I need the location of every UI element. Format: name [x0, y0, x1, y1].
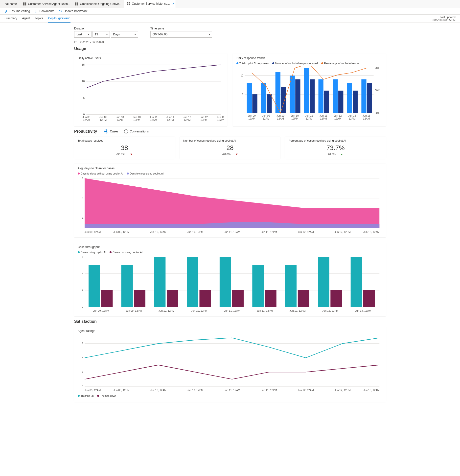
svg-rect-109	[121, 265, 133, 307]
kpi-label: Number of cases resolved using copilot A…	[183, 139, 277, 142]
svg-text:0: 0	[82, 385, 84, 388]
subtab-copilot[interactable]: Copilot (preview)	[48, 15, 70, 23]
svg-rect-72	[338, 91, 343, 113]
svg-text:12PM: 12PM	[100, 118, 107, 121]
svg-rect-8	[127, 2, 128, 3]
svg-text:Jun 09, 12PM: Jun 09, 12PM	[114, 389, 130, 392]
resume-editing-button[interactable]: Resume editing	[4, 9, 30, 13]
svg-text:Jun 09, 12AM: Jun 09, 12AM	[85, 230, 101, 233]
svg-text:Jun 11: Jun 11	[305, 114, 313, 117]
bookmark-icon	[34, 9, 38, 13]
card-title: Daily response trends	[236, 56, 382, 60]
svg-text:Jun 09: Jun 09	[248, 114, 256, 117]
svg-text:12PM: 12PM	[167, 118, 174, 121]
app-tab[interactable]: Omnichannel Ongoing Conve...	[72, 0, 124, 8]
legend-item: Days to close without using copilot AI	[78, 172, 123, 175]
card-title: Daily active users	[78, 56, 224, 60]
daily-active-users-chart[interactable]: 051015Jun 0912AMJun 0912PMJun 1012AMJun …	[78, 62, 224, 123]
chevron-down-icon: ▾	[209, 33, 210, 36]
kpi-card: Percentage of cases resolved using copil…	[285, 137, 386, 159]
app-tab[interactable]: Trial home	[0, 0, 20, 8]
svg-text:Jun 13, 12AM: Jun 13, 12AM	[363, 389, 379, 392]
legend-item: Cases not using copilot AI	[110, 251, 142, 254]
agent-ratings-chart[interactable]: 0246Jun 09, 12AMJun 09, 12PMJun 10, 12AM…	[78, 335, 382, 393]
update-bookmark-button[interactable]: Update Bookmark	[59, 9, 87, 13]
svg-rect-113	[167, 290, 178, 307]
svg-rect-115	[187, 257, 198, 307]
daily-response-trends-card: Daily response trends Total copilot AI r…	[233, 53, 386, 126]
svg-rect-119	[232, 290, 244, 307]
svg-rect-79	[361, 79, 366, 113]
svg-text:Jun 12: Jun 12	[348, 114, 356, 117]
avg-days-chart[interactable]: 456Jun 09, 12AMJun 09, 12PMJun 10, 12AMJ…	[78, 176, 382, 235]
svg-text:Jun 12: Jun 12	[200, 116, 208, 119]
duration-unit-select[interactable]: Days▾	[111, 31, 138, 38]
svg-rect-10	[127, 4, 128, 5]
close-icon[interactable]: ×	[172, 2, 174, 6]
radio-cases[interactable]: Cases	[104, 129, 118, 133]
svg-text:Jun 12: Jun 12	[183, 116, 191, 119]
daily-active-users-card: Daily active users 051015Jun 0912AMJun 0…	[74, 53, 227, 126]
throughput-chart[interactable]: 0246Jun 09, 12AMJun 09, 12PMJun 10, 12AM…	[78, 255, 382, 313]
svg-text:Jun 12, 12PM: Jun 12, 12PM	[322, 309, 338, 312]
svg-rect-80	[367, 83, 372, 113]
svg-rect-7	[77, 4, 78, 5]
svg-text:2: 2	[82, 289, 84, 292]
svg-text:Jun 10, 12AM: Jun 10, 12AM	[159, 309, 175, 312]
svg-rect-121	[252, 265, 264, 307]
svg-rect-3	[25, 4, 26, 5]
svg-text:Jun 10, 12AM: Jun 10, 12AM	[150, 389, 166, 392]
kpi-label: Percentage of cases resolved using copil…	[289, 139, 382, 142]
svg-rect-71	[333, 79, 338, 113]
duration-value-select[interactable]: 13▾	[92, 31, 110, 38]
svg-text:Jun 09, 12AM: Jun 09, 12AM	[85, 389, 101, 392]
kpi-card: Number of cases resolved using copilot A…	[180, 137, 280, 159]
svg-rect-124	[285, 265, 297, 307]
svg-text:Jun 10, 12PM: Jun 10, 12PM	[187, 230, 203, 233]
chevron-down-icon: ▾	[106, 33, 108, 36]
timezone-select[interactable]: GMT-07:00▾	[150, 31, 212, 38]
card-title: Avg. days to close for cases	[78, 167, 382, 170]
svg-text:Jun 11, 12PM: Jun 11, 12PM	[261, 230, 277, 233]
svg-rect-63	[304, 68, 309, 113]
kpi-delta: -36.7%▼	[78, 153, 171, 156]
svg-rect-128	[330, 290, 342, 307]
kpi-card: Total cases resolved38-36.7%▼	[74, 137, 175, 159]
subtab-summary[interactable]: Summary	[4, 15, 17, 23]
satisfaction-heading: Satisfaction	[74, 319, 386, 324]
daily-response-trends-chart[interactable]: 51050%60%70%Jun 0912AMJun 0912PMJun 1012…	[236, 66, 382, 122]
bookmarks-button[interactable]: Bookmarks	[34, 9, 54, 13]
svg-text:Jun 13, 12AM: Jun 13, 12AM	[355, 309, 371, 312]
app-tab-active[interactable]: Customer Service historica... ×	[124, 0, 176, 8]
svg-text:Jun 10, 12PM: Jun 10, 12PM	[187, 389, 203, 392]
svg-text:Jun 11, 12PM: Jun 11, 12PM	[261, 389, 277, 392]
svg-rect-116	[199, 290, 211, 307]
svg-rect-118	[220, 257, 231, 307]
subtab-agent[interactable]: Agent	[22, 15, 30, 23]
kpi-delta: 26.3%▲	[289, 153, 382, 156]
svg-text:Jun 10, 12AM: Jun 10, 12AM	[150, 230, 166, 233]
svg-text:12AM: 12AM	[277, 117, 284, 120]
svg-rect-55	[276, 72, 280, 113]
subtab-topics[interactable]: Topics	[35, 15, 43, 23]
svg-rect-131	[363, 290, 375, 307]
timezone-label: Time zone	[150, 27, 212, 30]
svg-rect-51	[261, 83, 266, 113]
svg-rect-107	[101, 290, 113, 307]
card-title: Agent ratings	[78, 329, 382, 333]
svg-text:10: 10	[241, 74, 244, 77]
pencil-icon	[4, 9, 8, 13]
svg-text:12AM: 12AM	[184, 118, 191, 121]
svg-text:12PM: 12PM	[291, 117, 298, 120]
app-tab[interactable]: Customer Service Agent Dash...	[20, 0, 72, 8]
svg-text:Jun 09: Jun 09	[99, 116, 107, 119]
chevron-down-icon: ▾	[135, 33, 136, 36]
usage-heading: Usage	[74, 47, 386, 51]
svg-rect-9	[129, 2, 130, 3]
svg-text:2: 2	[82, 371, 84, 374]
svg-text:10: 10	[82, 80, 85, 83]
svg-text:Jun 09, 12AM: Jun 09, 12AM	[93, 309, 109, 312]
radio-conversations[interactable]: Conversations	[124, 129, 149, 133]
svg-text:6: 6	[82, 255, 84, 258]
duration-mode-select[interactable]: Last▾	[74, 31, 92, 38]
